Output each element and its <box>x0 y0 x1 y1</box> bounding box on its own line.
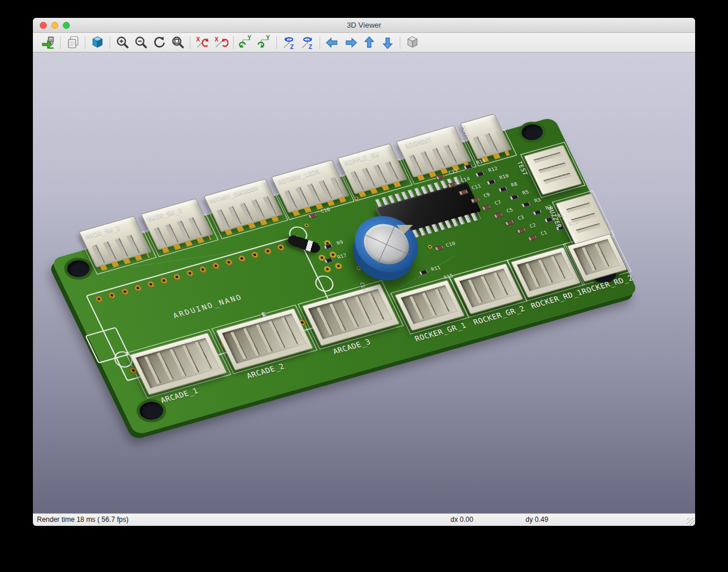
svg-text:Y: Y <box>266 35 270 41</box>
move-down-icon[interactable] <box>378 35 397 51</box>
smd-resistor <box>486 179 497 185</box>
ref-label: R3 <box>533 197 542 204</box>
via <box>427 244 433 249</box>
svg-text:Z: Z <box>309 44 312 50</box>
ref-label: C1 <box>540 229 549 236</box>
ref-label: C3 <box>517 215 526 221</box>
connector-segment: SEGMENT <box>396 125 471 178</box>
separator <box>85 36 85 49</box>
title-bar[interactable]: 3D Viewer <box>33 18 695 33</box>
silkscreen-label: SEGMENT <box>404 136 433 149</box>
silkscreen-label: POT <box>460 125 471 137</box>
smd-capacitor <box>516 227 527 234</box>
connector-test: TEST <box>524 145 583 195</box>
via <box>304 223 310 228</box>
smd-capacitor <box>481 204 491 210</box>
toolbar: X X Y Y Z Z <box>33 33 695 52</box>
zoom-fit-icon[interactable] <box>168 35 187 51</box>
smd-capacitor <box>527 235 538 241</box>
ref-label: R12 <box>487 165 499 173</box>
render-time-status: Render time 18 ms ( 56.7 fps) <box>37 515 129 524</box>
silkscreen-label: RIPPLE_SW <box>343 150 380 166</box>
smd-capacitor <box>434 244 445 251</box>
resize-grip[interactable] <box>687 518 695 525</box>
ref-label: C9 <box>482 191 491 198</box>
silkscreen-label: ROCKER_GR_2 <box>472 304 526 326</box>
copy-image-icon[interactable] <box>63 35 82 51</box>
reload-board-icon[interactable] <box>39 35 57 51</box>
ref-label: R8 <box>510 181 519 188</box>
svg-text:Y: Y <box>247 35 252 41</box>
smd-resistor <box>521 201 531 208</box>
rotate-z-cw-icon[interactable]: Z <box>298 35 317 51</box>
connector-main-sw-2: MAIN_SW_2 <box>141 198 213 250</box>
connector-main-sw-1: MAIN_SW_1 <box>79 216 152 268</box>
svg-text:X: X <box>196 36 200 43</box>
ref-label: R9 <box>336 239 344 246</box>
mounting-hole <box>64 258 92 279</box>
separator <box>190 36 190 49</box>
realistic-mode-cube-icon[interactable] <box>88 35 107 51</box>
redraw-icon[interactable] <box>150 35 168 51</box>
rotate-x-cw-icon[interactable]: X <box>212 35 230 51</box>
move-up-icon[interactable] <box>360 35 378 51</box>
ref-label: C10 <box>445 240 456 248</box>
3d-viewer-window: 3D Viewer X X <box>33 18 695 526</box>
dx-status: dx 0.00 <box>451 515 473 524</box>
silkscreen-label: TEST <box>516 160 529 176</box>
pcb-board: ARDUINO_NANO MAIN_SW_1 MAIN_SW_2 ROTARY_… <box>51 116 639 435</box>
move-left-icon[interactable] <box>323 35 342 51</box>
silkscreen-label: ARCADE_2 <box>245 362 286 381</box>
connector-ripple-sw: RIPPLE_SW <box>337 143 407 194</box>
zoom-out-icon[interactable] <box>132 35 150 51</box>
ref-label: R10 <box>498 173 510 180</box>
smd-capacitor <box>493 212 504 219</box>
ref-label: R11 <box>430 265 442 272</box>
separator <box>110 36 110 49</box>
move-right-icon[interactable] <box>342 35 360 51</box>
silkscreen-label: MAIN_SW_2 <box>146 206 183 222</box>
window-title: 3D Viewer <box>33 21 695 29</box>
silkscreen-label: ROCKER_RD_1 <box>530 288 584 310</box>
smd-capacitor <box>504 220 515 226</box>
connector-rotary-leds: ROTARY_LEDS <box>271 160 350 213</box>
connector-slots <box>534 152 573 187</box>
silkscreen-label: ARCADE_1 <box>159 386 200 405</box>
3d-viewport[interactable]: ARDUINO_NANO MAIN_SW_1 MAIN_SW_2 ROTARY_… <box>33 52 695 513</box>
status-bar: Render time 18 ms ( 56.7 fps) dx 0.00 dy… <box>33 513 695 526</box>
rotate-y-cw-icon[interactable]: Y <box>255 35 273 51</box>
ref-label: R5 <box>521 189 530 196</box>
via <box>356 266 362 270</box>
smd-resistor <box>475 171 485 177</box>
rotate-y-ccw-icon[interactable]: Y <box>237 35 255 51</box>
dy-status: dy 0.49 <box>526 515 548 524</box>
orthographic-view-icon[interactable] <box>403 35 422 51</box>
smd-resistor <box>532 209 543 216</box>
ref-label: C11 <box>471 183 482 190</box>
rotate-z-ccw-icon[interactable]: Z <box>280 35 298 51</box>
smd-resistor <box>509 194 520 201</box>
smd-resistor <box>498 186 508 193</box>
separator <box>233 36 234 49</box>
zoom-in-icon[interactable] <box>113 35 132 51</box>
rotate-x-ccw-icon[interactable]: X <box>193 35 212 51</box>
silkscreen-label: ARCADE_3 <box>332 337 372 356</box>
connector-slots <box>565 201 603 237</box>
smd-resistor <box>418 269 429 276</box>
separator <box>60 36 61 49</box>
separator <box>320 36 320 49</box>
separator <box>400 36 400 49</box>
silkscreen-label: MAIN_SW_1 <box>84 224 121 239</box>
separator <box>276 36 277 49</box>
svg-text:X: X <box>215 36 219 43</box>
ref-label: C7 <box>494 199 502 206</box>
silkscreen-label: ROCKER_GR_1 <box>414 321 468 343</box>
ref-label: C5 <box>505 207 514 214</box>
svg-text:Z: Z <box>290 44 294 50</box>
mounting-hole <box>519 122 546 142</box>
ref-label: C2 <box>528 222 537 229</box>
connector-rotary-encoder: ROTARY_ENCODER <box>204 179 283 232</box>
